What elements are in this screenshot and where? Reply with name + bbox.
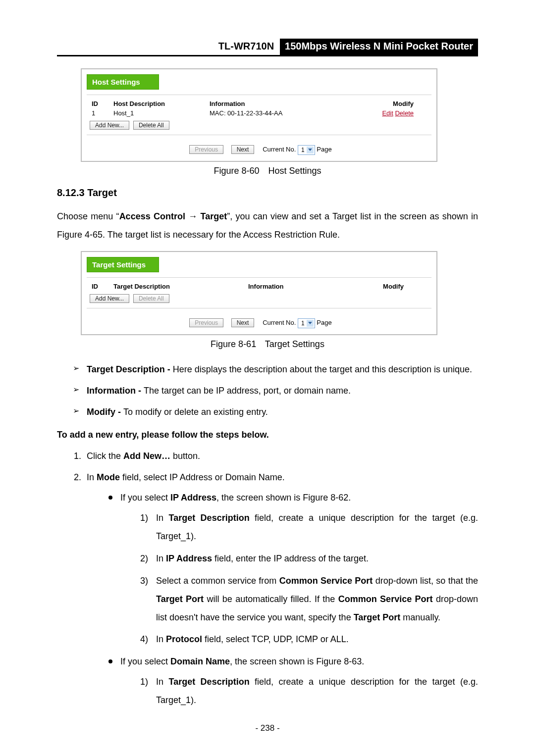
list-item: Information - The target can be IP addre… xyxy=(73,382,478,400)
next-button[interactable]: Next xyxy=(231,145,255,154)
delete-all-button[interactable]: Delete All xyxy=(133,121,169,130)
cell-id: 1 xyxy=(90,108,111,118)
col-host-desc: Host Description xyxy=(111,99,190,108)
chevron-down-icon xyxy=(307,147,314,153)
col-id: ID xyxy=(90,99,111,108)
col-target-desc: Target Description xyxy=(111,282,210,291)
list-item: Select a common service from Common Serv… xyxy=(140,572,478,627)
cell-modify: Edit Delete xyxy=(357,108,428,118)
target-settings-title: Target Settings xyxy=(87,257,159,272)
add-new-button[interactable]: Add New... xyxy=(90,121,129,130)
target-settings-table: ID Target Description Information Modify xyxy=(90,282,428,291)
model-label: TL-WR710N xyxy=(218,39,280,55)
list-item: Target Description - Here displays the d… xyxy=(73,360,478,379)
prev-button[interactable]: Previous xyxy=(189,145,223,154)
product-tagline: 150Mbps Wireless N Mini Pocket Router xyxy=(280,39,478,55)
steps-list: Click the Add New… button. In Mode field… xyxy=(57,447,478,709)
col-information: Information xyxy=(210,282,337,291)
list-item: Modify - To modify or delete an existing… xyxy=(73,403,478,421)
edit-link[interactable]: Edit xyxy=(382,109,393,117)
intro-paragraph: Choose menu “Access Control → Target”, y… xyxy=(57,207,478,244)
definition-list: Target Description - Here displays the d… xyxy=(57,360,478,421)
delete-link[interactable]: Delete xyxy=(395,109,414,117)
current-no-label: Current No. xyxy=(263,146,296,153)
section-heading: 8.12.3 Target xyxy=(57,187,478,199)
cell-desc: Host_1 xyxy=(111,108,190,118)
col-information: Information xyxy=(190,99,357,108)
page-select[interactable]: 1 xyxy=(298,318,315,328)
figure-caption: Figure 8-61 Target Settings xyxy=(57,339,478,350)
steps-heading: To add a new entry, please follow the st… xyxy=(57,430,478,440)
prev-button[interactable]: Previous xyxy=(189,318,223,327)
next-button[interactable]: Next xyxy=(231,318,255,327)
list-item: If you select IP Address, the screen sho… xyxy=(107,489,478,649)
page-header: TL-WR710N 150Mbps Wireless N Mini Pocket… xyxy=(57,39,478,56)
pagination: Previous Next Current No. 1 Page xyxy=(82,315,436,334)
figure-caption: Figure 8-60 Host Settings xyxy=(57,166,478,176)
host-settings-table: ID Host Description Information Modify 1… xyxy=(90,99,428,118)
page-select[interactable]: 1 xyxy=(298,145,315,155)
list-item: In Target Description field, create a un… xyxy=(140,673,478,709)
list-item: In IP Address field, enter the IP addres… xyxy=(140,550,478,568)
document-page: TL-WR710N 150Mbps Wireless N Mini Pocket… xyxy=(0,0,535,756)
list-item: In Mode field, select IP Address or Doma… xyxy=(84,468,478,709)
list-item: Click the Add New… button. xyxy=(84,447,478,465)
target-settings-figure: Target Settings ID Target Description In… xyxy=(81,251,437,335)
host-settings-title: Host Settings xyxy=(87,74,159,90)
list-item: If you select Domain Name, the screen sh… xyxy=(107,653,478,709)
delete-all-button[interactable]: Delete All xyxy=(133,294,169,303)
page-label: Page xyxy=(317,146,331,153)
page-number: - 238 - xyxy=(57,723,478,733)
page-select-value: 1 xyxy=(301,320,305,327)
col-id: ID xyxy=(90,282,111,291)
list-item: In Protocol field, select TCP, UDP, ICMP… xyxy=(140,630,478,649)
add-new-button[interactable]: Add New... xyxy=(90,294,129,303)
col-modify: Modify xyxy=(357,99,428,108)
current-no-label: Current No. xyxy=(263,319,296,326)
table-row: 1 Host_1 MAC: 00-11-22-33-44-AA Edit Del… xyxy=(90,108,428,118)
cell-info: MAC: 00-11-22-33-44-AA xyxy=(190,108,357,118)
page-select-value: 1 xyxy=(301,147,305,153)
chevron-down-icon xyxy=(307,320,314,327)
page-label: Page xyxy=(317,319,331,326)
host-settings-figure: Host Settings ID Host Description Inform… xyxy=(81,68,437,162)
pagination: Previous Next Current No. 1 Page xyxy=(82,142,436,161)
col-modify: Modify xyxy=(337,282,428,291)
list-item: In Target Description field, create a un… xyxy=(140,509,478,546)
